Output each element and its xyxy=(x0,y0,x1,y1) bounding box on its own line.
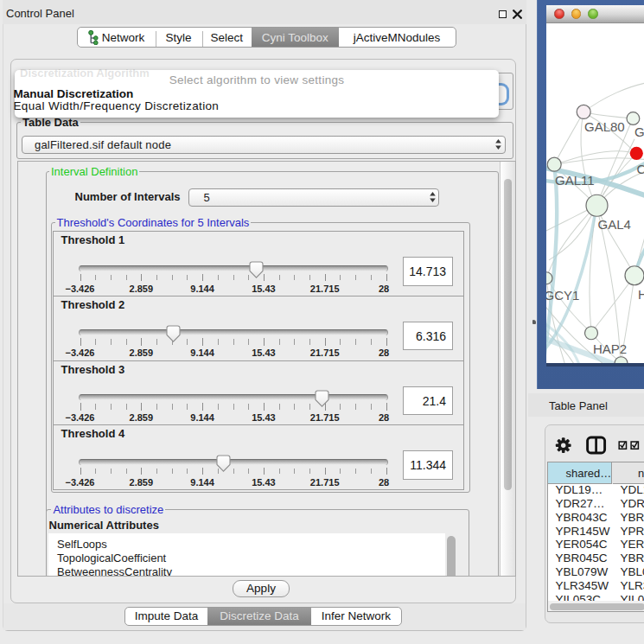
svg-text:GAL4: GAL4 xyxy=(598,216,631,231)
svg-text:CD: CD xyxy=(637,162,644,176)
svg-text:GAL11: GAL11 xyxy=(555,172,595,187)
svg-text:GA: GA xyxy=(634,124,644,139)
svg-text:H: H xyxy=(638,286,644,301)
svg-text:HAP2: HAP2 xyxy=(593,341,627,355)
svg-text:GCY1: GCY1 xyxy=(546,287,579,302)
svg-text:GAL80: GAL80 xyxy=(584,118,625,133)
